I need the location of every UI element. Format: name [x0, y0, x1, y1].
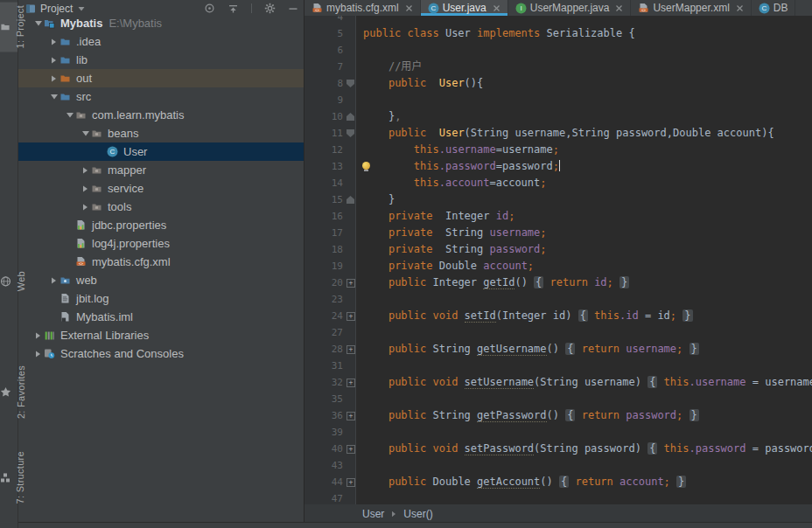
code-text[interactable]: public Integer getId() { return id; } [358, 274, 629, 291]
chevron-right-icon[interactable] [48, 56, 60, 65]
close-icon[interactable] [736, 4, 744, 12]
code-text[interactable] [358, 358, 363, 374]
tool-button-structure[interactable]: 7: Structure [0, 448, 18, 507]
code-text[interactable] [358, 490, 363, 504]
fold-expand-icon[interactable]: + [346, 345, 355, 354]
code-text[interactable]: public User(String username,String passw… [358, 125, 774, 142]
tab-user-java[interactable]: CUser.java [421, 0, 508, 16]
code-text[interactable] [358, 424, 363, 441]
chevron-down-icon[interactable] [78, 5, 85, 12]
code-text[interactable] [358, 291, 363, 308]
tree-item-mybatis-cfg-xml[interactable]: <>mybatis.cfg.xml [18, 253, 304, 271]
code-text[interactable]: }, [358, 108, 401, 125]
tab-usermapper-java[interactable]: IUserMapper.java [508, 0, 632, 16]
code-token: { [578, 309, 588, 322]
intention-bulb-icon[interactable] [362, 162, 370, 170]
tab-usermapper-xml[interactable]: <>UserMapper.xml [631, 0, 751, 16]
chevron-right-icon[interactable] [80, 166, 91, 175]
tree-item-web[interactable]: web [18, 271, 304, 289]
code-text[interactable]: public User(){ [358, 75, 483, 92]
fold-region-icon[interactable] [346, 80, 354, 87]
tree-item-jbit-log[interactable]: jbit.log [18, 289, 304, 308]
chevron-right-icon[interactable] [48, 38, 60, 46]
gear-icon[interactable] [264, 3, 276, 14]
tool-button-favorites[interactable]: 2: Favorites [0, 362, 18, 422]
tree-item-service[interactable]: service [18, 179, 304, 198]
code-token: ; [553, 143, 559, 156]
close-icon[interactable] [405, 4, 413, 12]
code-token: () [540, 476, 559, 488]
tree-item-external-libraries[interactable]: External Libraries [18, 326, 304, 344]
breadcrumb-item[interactable]: User [362, 508, 384, 520]
tab-mybatis-cfg-xml[interactable]: <>mybatis.cfg.xml [304, 0, 421, 16]
code-text[interactable]: private Double account; [358, 258, 534, 274]
fold-expand-icon[interactable]: + [346, 445, 355, 454]
chevron-right-icon[interactable] [48, 276, 60, 285]
collapse-all-icon[interactable] [228, 3, 239, 14]
code-text[interactable]: public void setId(Integer id) { this.id … [358, 308, 693, 324]
tree-item-lib[interactable]: lib [18, 51, 304, 69]
fold-expand-icon[interactable]: + [346, 312, 355, 321]
code-text[interactable] [358, 42, 363, 59]
chevron-down-icon[interactable] [64, 111, 75, 119]
code-text[interactable] [358, 457, 363, 474]
chevron-right-icon[interactable] [80, 203, 91, 212]
tool-button-web[interactable]: Web [0, 267, 18, 295]
chevron-down-icon[interactable] [80, 129, 91, 137]
fold-region-icon[interactable] [346, 196, 354, 204]
code-text[interactable] [358, 324, 363, 341]
tree-item-beans[interactable]: beans [18, 124, 304, 142]
code-text[interactable]: this.password=password; [358, 158, 560, 175]
chevron-right-icon[interactable] [32, 331, 44, 340]
code-text[interactable]: this.account=account; [358, 175, 547, 191]
fold-expand-icon[interactable]: + [346, 379, 355, 387]
fold-expand-icon[interactable]: + [346, 279, 355, 288]
code-text[interactable]: public String getPassword() { return pas… [358, 407, 699, 424]
tab-db[interactable]: CDB [752, 0, 796, 16]
tool-button-project[interactable]: 1: Project [0, 2, 18, 52]
code-text[interactable]: //用户 [358, 59, 422, 75]
code-text[interactable]: private String username; [358, 225, 547, 241]
code-text[interactable] [358, 16, 363, 25]
tree-item-mybatis-iml[interactable]: Mybatis.iml [18, 308, 304, 326]
code-line: 35 [304, 391, 812, 407]
tree-item-scratches-and-consoles[interactable]: Scratches and Consoles [18, 344, 304, 363]
code-text[interactable]: public Double getAccount() { return acco… [358, 474, 686, 490]
code-text[interactable]: public String getUsername() { return use… [358, 341, 699, 358]
fold-region-icon[interactable] [346, 129, 354, 137]
chevron-down-icon[interactable] [32, 19, 44, 27]
project-panel-title[interactable]: Project [40, 3, 73, 15]
tree-item-src[interactable]: src [18, 87, 304, 106]
tree-item-user[interactable]: CUser [18, 142, 304, 161]
locate-file-icon[interactable] [204, 3, 215, 14]
code-text[interactable]: public void setUsername(String username)… [358, 374, 812, 391]
tree-item-com-learn-mybatis[interactable]: com.learn.mybatis [18, 106, 304, 124]
close-icon[interactable] [615, 4, 623, 12]
code-text[interactable]: } [358, 191, 395, 208]
close-icon[interactable] [493, 4, 500, 12]
tree-item-out[interactable]: out [18, 69, 304, 87]
fold-region-icon[interactable] [346, 113, 354, 121]
fold-expand-icon[interactable]: + [346, 412, 355, 420]
chevron-right-icon[interactable] [48, 74, 60, 83]
tree-item-mybatis[interactable]: MybatisE:\Mybatis [18, 14, 304, 32]
fold-expand-icon[interactable]: + [346, 478, 355, 487]
tree-item-idea[interactable]: .idea [18, 32, 304, 51]
tree-item-jdbc-properties[interactable]: jdbc.properties [18, 216, 304, 234]
code-text[interactable] [358, 391, 363, 407]
breadcrumb-item[interactable]: User() [403, 508, 432, 520]
tree-item-tools[interactable]: tools [18, 198, 304, 216]
tree-item-log4j-properties[interactable]: log4j.properties [18, 234, 304, 253]
chevron-right-icon[interactable] [32, 350, 44, 358]
code-text[interactable]: this.username=username; [358, 142, 559, 158]
code-editor[interactable]: 45public class User implements Serializa… [304, 16, 812, 504]
tree-item-mapper[interactable]: mapper [18, 161, 304, 179]
chevron-down-icon[interactable] [48, 93, 60, 101]
code-text[interactable] [358, 92, 363, 108]
code-text[interactable]: public class User implements Serializabl… [358, 25, 635, 42]
hide-panel-icon[interactable] [288, 3, 298, 14]
chevron-right-icon[interactable] [80, 184, 91, 193]
code-text[interactable]: private Integer id; [358, 208, 514, 225]
code-text[interactable]: private String password; [358, 241, 547, 258]
code-text[interactable]: public void setPassword(String password)… [358, 441, 812, 457]
